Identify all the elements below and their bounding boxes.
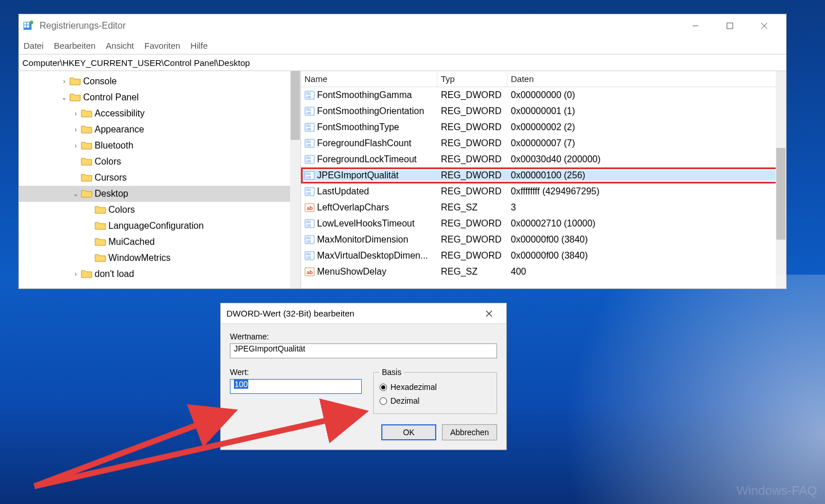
tree-scrollbar[interactable] [290, 71, 300, 288]
svg-text:110: 110 [306, 159, 311, 163]
reg-dword-icon: 011110 [304, 186, 315, 197]
svg-text:ab: ab [307, 269, 313, 275]
svg-text:110: 110 [306, 175, 311, 179]
dialog-titlebar[interactable]: DWORD-Wert (32-Bit) bearbeiten [221, 303, 506, 324]
reg-sz-icon: ab [304, 202, 315, 213]
ok-button[interactable]: OK [381, 424, 436, 440]
address-bar[interactable]: Computer\HKEY_CURRENT_USER\Control Panel… [19, 54, 786, 71]
svg-point-5 [30, 21, 33, 24]
menu-file[interactable]: Datei [24, 41, 44, 50]
tree-item[interactable]: ›Bluetooth [19, 138, 300, 154]
chevron-down-icon[interactable]: ⌄ [59, 93, 69, 101]
value-row[interactable]: 011110LastUpdatedREG_DWORD0xffffffff (42… [301, 183, 786, 200]
folder-icon [81, 173, 92, 183]
value-row[interactable]: 011110MaxVirtualDesktopDimen...REG_DWORD… [301, 248, 786, 264]
menu-view[interactable]: Ansicht [106, 41, 134, 50]
basis-legend: Basis [380, 368, 404, 377]
minimize-button[interactable] [678, 15, 713, 36]
chevron-right-icon[interactable]: › [59, 77, 69, 85]
value-name: MaxVirtualDesktopDimen... [317, 251, 428, 261]
tree-item[interactable]: Cursors [19, 170, 300, 186]
radio-dec[interactable]: Dezimal [380, 394, 491, 408]
radio-hex[interactable]: Hexadezimal [380, 380, 491, 394]
chevron-right-icon[interactable]: › [71, 270, 81, 278]
value-type: REG_DWORD [437, 218, 507, 229]
value-data-field[interactable]: 100 [230, 379, 362, 394]
tree-item-label: Cursors [95, 173, 127, 183]
close-button[interactable] [747, 15, 781, 36]
list-scrollbar[interactable] [776, 71, 786, 288]
tree-item[interactable]: LanguageConfiguration [19, 218, 300, 234]
column-data[interactable]: Daten [507, 71, 786, 87]
value-type: REG_DWORD [437, 154, 507, 165]
value-data: 0x00000007 (7) [507, 138, 786, 149]
tree-item-label: Colors [108, 205, 135, 215]
value-data: 3 [507, 202, 786, 213]
cancel-button[interactable]: Abbrechen [442, 424, 497, 440]
value-type: REG_DWORD [437, 106, 507, 116]
folder-icon [81, 157, 92, 167]
folder-icon [81, 124, 92, 135]
tree-item[interactable]: ›Console [19, 73, 300, 89]
value-data: 0x00000000 (0) [507, 90, 786, 100]
menu-favorites[interactable]: Favoriten [144, 41, 181, 50]
value-row[interactable]: abLeftOverlapCharsREG_SZ3 [301, 200, 786, 216]
tree-item[interactable]: ⌄Control Panel [19, 89, 300, 106]
folder-icon [81, 269, 92, 279]
value-name-field[interactable]: JPEGImportQualität [230, 343, 497, 358]
tree-item[interactable]: Colors [19, 202, 300, 218]
value-row[interactable]: 011110MaxMonitorDimensionREG_DWORD0x0000… [301, 232, 786, 248]
tree-item[interactable]: Colors [19, 154, 300, 170]
value-row[interactable]: 011110FontSmoothingGammaREG_DWORD0x00000… [301, 87, 786, 103]
value-data: 400 [507, 267, 786, 277]
titlebar[interactable]: Registrierungs-Editor [19, 14, 786, 37]
chevron-right-icon[interactable]: › [71, 110, 81, 118]
reg-dword-icon: 011110 [304, 170, 315, 181]
value-row[interactable]: 011110FontSmoothingOrientationREG_DWORD0… [301, 103, 786, 119]
tree-item[interactable]: ›Accessibility [19, 106, 300, 122]
value-data: 0x00000f00 (3840) [507, 251, 786, 261]
reg-dword-icon: 011110 [304, 122, 315, 132]
maximize-button[interactable] [713, 15, 747, 36]
value-type: REG_DWORD [437, 90, 507, 100]
tree-scroll-thumb[interactable] [291, 71, 300, 140]
value-type: REG_SZ [437, 202, 507, 213]
chevron-right-icon[interactable]: › [71, 126, 81, 134]
value-row[interactable]: 011110FontSmoothingTypeREG_DWORD0x000000… [301, 119, 786, 135]
tree-item[interactable]: ›Appearance [19, 122, 300, 138]
regedit-window: Registrierungs-Editor Datei Bearbeiten A… [18, 14, 787, 289]
value-name: ForegroundFlashCount [317, 138, 412, 149]
value-row[interactable]: 011110LowLevelHooksTimeoutREG_DWORD0x000… [301, 216, 786, 232]
column-type[interactable]: Typ [437, 71, 507, 87]
value-row[interactable]: 011110JPEGImportQualitätREG_DWORD0x00000… [301, 167, 786, 183]
dialog-close-button[interactable] [478, 305, 501, 322]
dialog-title: DWORD-Wert (32-Bit) bearbeiten [226, 308, 354, 318]
basis-group: Basis Hexadezimal Dezimal [373, 368, 497, 414]
value-data: 0x00000f00 (3840) [507, 235, 786, 245]
svg-rect-7 [727, 23, 733, 29]
list-scroll-thumb[interactable] [776, 148, 785, 240]
value-row[interactable]: 011110ForegroundLockTimeoutREG_DWORD0x00… [301, 151, 786, 167]
value-row[interactable]: abMenuShowDelayREG_SZ400 [301, 264, 786, 280]
column-name[interactable]: Name [301, 71, 437, 87]
tree-item-label: LanguageConfiguration [108, 221, 204, 231]
tree-item[interactable]: ›don't load [19, 266, 300, 282]
svg-rect-1 [24, 22, 26, 25]
value-data: 0xffffffff (4294967295) [507, 186, 786, 197]
address-text: Computer\HKEY_CURRENT_USER\Control Panel… [22, 58, 250, 68]
svg-text:110: 110 [306, 240, 311, 243]
radio-hex-indicator [380, 384, 387, 391]
reg-dword-icon: 011110 [304, 106, 315, 116]
folder-icon [95, 221, 106, 231]
tree-item[interactable]: WindowMetrics [19, 250, 300, 266]
tree-item-label: Bluetooth [95, 140, 134, 151]
value-row[interactable]: 011110ForegroundFlashCountREG_DWORD0x000… [301, 135, 786, 151]
tree-item[interactable]: MuiCached [19, 234, 300, 250]
chevron-down-icon[interactable]: ⌄ [71, 190, 81, 198]
folder-icon [69, 92, 81, 103]
chevron-right-icon[interactable]: › [71, 142, 81, 150]
tree-item[interactable]: ⌄Desktop [19, 186, 300, 202]
value-data: 0x00000002 (2) [507, 122, 786, 132]
menu-help[interactable]: Hilfe [190, 41, 208, 50]
menu-edit[interactable]: Bearbeiten [54, 41, 96, 50]
